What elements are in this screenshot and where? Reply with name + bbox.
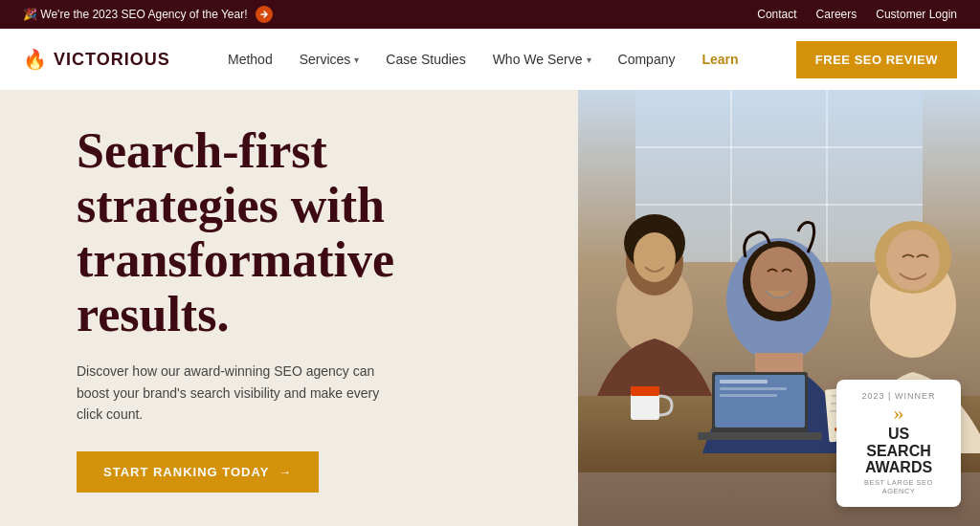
logo[interactable]: 🔥 VICTORIOUS [23,48,170,71]
award-badge: 2023 | WINNER » US SEARCH AWARDS BEST LA… [836,380,961,507]
announcement-right-links: Contact Careers Customer Login [757,8,957,21]
logo-text: VICTORIOUS [54,50,170,70]
svg-point-17 [886,230,940,291]
customer-login-link[interactable]: Customer Login [876,8,957,21]
announcement-cta-btn[interactable] [256,6,273,23]
navbar: 🔥 VICTORIOUS Method Services ▾ Case Stud… [0,29,980,90]
award-title: US SEARCH AWARDS [850,426,947,476]
contact-link[interactable]: Contact [757,8,796,21]
nav-case-studies[interactable]: Case Studies [386,52,465,67]
start-ranking-button[interactable]: START RANKING TODAY → [77,451,319,493]
svg-rect-20 [720,380,768,384]
careers-link[interactable]: Careers [816,8,858,21]
award-year-label: 2023 | WINNER [850,391,947,401]
svg-rect-23 [698,432,822,440]
nav-company[interactable]: Company [618,52,676,67]
announcement-text: 🎉 We're the 2023 SEO Agency of the Year! [23,8,248,21]
services-chevron-icon: ▾ [354,55,359,65]
hero-image: 2023 | WINNER » US SEARCH AWARDS BEST LA… [578,90,980,526]
announcement-bar: 🎉 We're the 2023 SEO Agency of the Year!… [0,0,980,29]
logo-flame-icon: 🔥 [23,48,48,71]
nav-services[interactable]: Services ▾ [300,52,360,67]
award-chevrons-icon: » [850,403,947,424]
hero-photo: 2023 | WINNER » US SEARCH AWARDS BEST LA… [578,90,980,526]
hero-heading: Search-first strategies with transformat… [77,123,536,342]
announcement-left: 🎉 We're the 2023 SEO Agency of the Year! [23,6,273,23]
nav-learn[interactable]: Learn [702,52,738,67]
svg-point-10 [634,232,676,282]
svg-rect-21 [720,387,787,390]
svg-rect-30 [631,386,659,396]
nav-method[interactable]: Method [228,52,273,67]
hero-section: Search-first strategies with transformat… [0,90,980,526]
nav-who-we-serve[interactable]: Who We Serve ▾ [493,52,591,67]
nav-links: Method Services ▾ Case Studies Who We Se… [228,52,739,67]
hero-content: Search-first strategies with transformat… [77,123,536,493]
svg-rect-22 [720,394,777,397]
svg-point-14 [750,247,808,312]
free-seo-review-button[interactable]: FREE SEO REVIEW [796,41,957,78]
who-we-serve-chevron-icon: ▾ [587,55,591,65]
award-subtitle: BEST LARGE SEO AGENCY [850,478,947,495]
hero-subtext: Discover how our award-winning SEO agenc… [77,361,383,425]
